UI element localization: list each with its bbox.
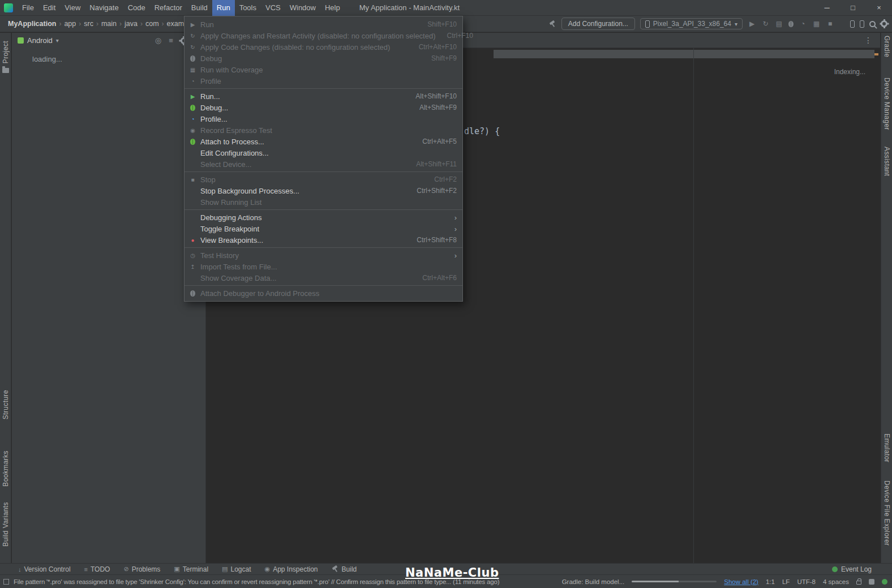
menu-refactor[interactable]: Refactor bbox=[150, 0, 187, 16]
breadcrumb-app[interactable]: app bbox=[63, 20, 77, 28]
window-controls: ─ □ × bbox=[814, 0, 892, 16]
run-menu-item-debugging-actions[interactable]: Debugging Actions› bbox=[185, 212, 462, 223]
menu-view[interactable]: View bbox=[60, 0, 85, 16]
breadcrumb-myapplication[interactable]: MyApplication bbox=[7, 20, 57, 28]
readonly-lock-icon[interactable] bbox=[856, 581, 861, 585]
run-menu-item-record-espresso-test: ◉Record Espresso Test bbox=[185, 125, 462, 136]
tool-window-button-project[interactable]: Project bbox=[2, 41, 10, 63]
run-menu-item-edit-configurations[interactable]: Edit Configurations... bbox=[185, 147, 462, 158]
chevron-down-icon[interactable]: ▾ bbox=[56, 37, 59, 44]
menu-build[interactable]: Build bbox=[187, 0, 212, 16]
run-menu-item-debug: DebugShift+F9 bbox=[185, 53, 462, 64]
run-menu-item-view-breakpoints[interactable]: ●View Breakpoints...Ctrl+Shift+F8 bbox=[185, 234, 462, 246]
run-menu-item-attach-to-process[interactable]: Attach to Process...Ctrl+Alt+F5 bbox=[185, 136, 462, 147]
indent-widget[interactable]: 4 spaces bbox=[823, 578, 849, 585]
build-hammer-icon[interactable] bbox=[549, 20, 556, 28]
show-all-link[interactable]: Show all (2) bbox=[724, 578, 758, 585]
line-separator-widget[interactable]: LF bbox=[782, 578, 790, 585]
breadcrumb-java[interactable]: java bbox=[123, 20, 139, 28]
tool-window-button-build-variants[interactable]: Build Variants bbox=[2, 502, 10, 547]
run-menu-popup: ▶RunShift+F10↻Apply Changes and Restart … bbox=[184, 16, 463, 302]
run-app-icon[interactable]: ▶ bbox=[748, 20, 756, 28]
layout-inspector-icon[interactable] bbox=[860, 20, 864, 28]
run-menu-item-stop-background-processes[interactable]: Stop Background Processes...Ctrl+Shift+F… bbox=[185, 185, 462, 196]
debug-app-icon[interactable] bbox=[788, 21, 794, 27]
menu-item-right: Alt+Shift+F9 bbox=[408, 104, 457, 111]
tool-button-label: TODO bbox=[91, 565, 110, 573]
breadcrumb-main[interactable]: main bbox=[100, 20, 118, 28]
menu-edit[interactable]: Edit bbox=[38, 0, 60, 16]
settings-gear-icon[interactable] bbox=[881, 20, 887, 27]
tool-window-button-device-file-explorer[interactable]: Device File Explorer bbox=[883, 480, 891, 546]
error-stripe-marker[interactable] bbox=[874, 53, 878, 55]
menu-run[interactable]: Run bbox=[212, 0, 235, 16]
tool-window-button-device-manager[interactable]: Device Manager bbox=[883, 78, 891, 130]
notification-checkbox-icon[interactable] bbox=[3, 579, 9, 585]
event-log-button[interactable]: Event Log bbox=[832, 565, 872, 573]
menu-item-right: Ctrl+Shift+F2 bbox=[405, 187, 457, 195]
menu-file[interactable]: File bbox=[18, 0, 38, 16]
device-selector[interactable]: Pixel_3a_API_33_x86_64 ▾ bbox=[640, 18, 743, 29]
menu-item-shortcut: Shift+F9 bbox=[431, 54, 457, 62]
coverage-icon[interactable]: ▦ bbox=[812, 20, 821, 28]
run-configurations-list-icon[interactable]: ▤ bbox=[775, 20, 783, 28]
tool-button-problems[interactable]: ⊘Problems bbox=[123, 565, 160, 573]
tool-button-build[interactable]: Build bbox=[332, 565, 357, 573]
menu-code[interactable]: Code bbox=[123, 0, 150, 16]
tool-button-logcat[interactable]: ▤Logcat bbox=[222, 565, 251, 573]
tool-button-label: Build bbox=[342, 565, 357, 573]
add-configuration-button[interactable]: Add Configuration... bbox=[561, 18, 635, 30]
menu-item-label: Show Coverage Data... bbox=[200, 274, 276, 282]
record-dim-icon: ◉ bbox=[188, 127, 197, 134]
background-tasks-icon[interactable] bbox=[869, 579, 874, 585]
tab-overflow-icon[interactable]: ⋮ bbox=[864, 36, 872, 45]
caret-position-widget[interactable]: 1:1 bbox=[766, 578, 775, 585]
menu-help[interactable]: Help bbox=[320, 0, 345, 16]
run-menu-item-debug[interactable]: Debug...Alt+Shift+F9 bbox=[185, 102, 462, 113]
notifications-indicator-icon[interactable] bbox=[882, 579, 887, 585]
tool-window-button-assistant[interactable]: Assistant bbox=[883, 147, 891, 176]
menu-vcs[interactable]: VCS bbox=[261, 0, 285, 16]
menu-item-label: Apply Code Changes (disabled: no configu… bbox=[200, 43, 390, 51]
device-manager-icon[interactable] bbox=[850, 20, 855, 28]
breadcrumb-separator-icon: › bbox=[57, 20, 63, 28]
run-menu-item-run[interactable]: ▶Run...Alt+Shift+F10 bbox=[185, 91, 462, 102]
right-margin-guide bbox=[693, 48, 694, 563]
maximize-button[interactable]: □ bbox=[840, 0, 866, 16]
tool-window-button-gradle[interactable]: Gradle bbox=[883, 36, 891, 57]
apply-changes-icon[interactable]: ↻ bbox=[761, 20, 770, 28]
terminal-icon: ▣ bbox=[174, 565, 179, 573]
tool-window-button-bookmarks[interactable]: Bookmarks bbox=[2, 450, 10, 487]
bug-green-icon bbox=[188, 105, 197, 111]
menu-item-right: Ctrl+Shift+F8 bbox=[405, 236, 457, 244]
search-everywhere-icon[interactable] bbox=[869, 21, 876, 27]
tool-button-version-control[interactable]: ↓Version Control bbox=[18, 565, 71, 573]
menu-tools[interactable]: Tools bbox=[235, 0, 261, 16]
run-menu-item-profile[interactable]: ◔Profile... bbox=[185, 113, 462, 125]
breadcrumb-com[interactable]: com bbox=[144, 20, 160, 28]
stop-app-icon[interactable]: ■ bbox=[826, 20, 834, 28]
close-button[interactable]: × bbox=[866, 0, 892, 16]
event-log-label: Event Log bbox=[841, 565, 872, 573]
locate-file-icon[interactable]: ◎ bbox=[155, 36, 161, 45]
encoding-widget[interactable]: UTF-8 bbox=[797, 578, 816, 585]
minimize-button[interactable]: ─ bbox=[814, 0, 840, 16]
tool-window-button-structure[interactable]: Structure bbox=[2, 390, 10, 419]
collapse-all-icon[interactable]: ≡ bbox=[169, 36, 173, 45]
profile-app-icon[interactable]: ◔ bbox=[799, 20, 807, 28]
folder-icon[interactable] bbox=[2, 68, 9, 73]
tool-button-todo[interactable]: ≡TODO bbox=[84, 565, 110, 573]
tool-button-terminal[interactable]: ▣Terminal bbox=[174, 565, 208, 573]
menu-window[interactable]: Window bbox=[285, 0, 320, 16]
run-menu-item-toggle-breakpoint[interactable]: Toggle Breakpoint› bbox=[185, 223, 462, 234]
menu-item-right: Shift+F9 bbox=[420, 54, 457, 62]
breadcrumb-src[interactable]: src bbox=[83, 20, 95, 28]
menu-navigate[interactable]: Navigate bbox=[85, 0, 123, 16]
project-view-selector[interactable]: Android bbox=[27, 36, 53, 45]
editor-banner bbox=[494, 50, 874, 58]
indexing-status-text: Indexing... bbox=[834, 68, 865, 76]
tool-button-app-inspection[interactable]: ◉App Inspection bbox=[265, 565, 318, 573]
tool-window-button-emulator[interactable]: Emulator bbox=[883, 434, 891, 462]
run-menu-item-show-running-list: Show Running List bbox=[185, 196, 462, 208]
menu-item-shortcut: Alt+Shift+F10 bbox=[415, 92, 457, 100]
